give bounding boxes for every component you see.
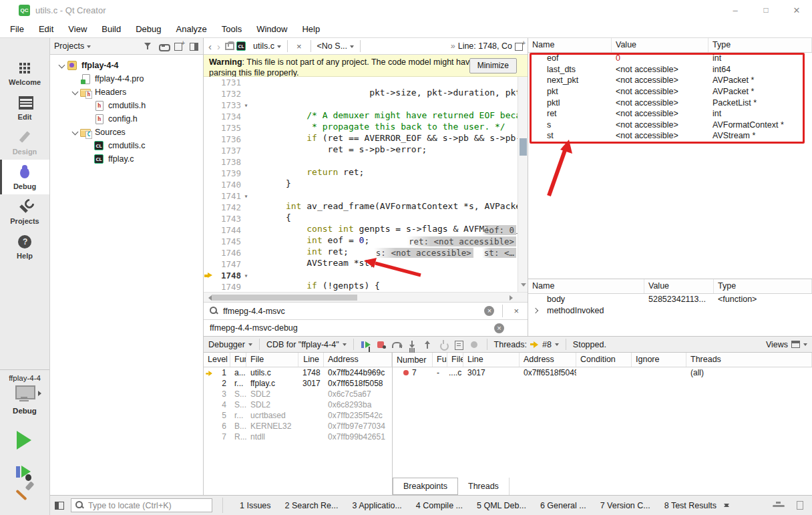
menu-item[interactable]: Analyze <box>169 21 214 37</box>
code-line[interactable]: 1744 int eof = 0; eof: 0 <box>204 224 518 236</box>
tree-item[interactable]: config.h <box>50 112 203 126</box>
variable-row[interactable]: ret <not accessible> int <box>528 108 812 120</box>
tree-expand-chevron-icon[interactable] <box>70 74 80 84</box>
tree-expand-chevron-icon[interactable] <box>83 154 93 164</box>
variable-row[interactable]: s <not accessible> AVFormatContext * <box>528 120 812 131</box>
column-header[interactable]: Fur <box>230 353 246 367</box>
menu-item[interactable]: Help <box>294 21 327 37</box>
column-header[interactable]: Address <box>324 353 392 367</box>
mode-button[interactable]: Welcome <box>0 55 49 90</box>
code-line[interactable]: 1736 ret = s->pb->error; <box>204 134 518 145</box>
line-number[interactable]: 1739 <box>214 168 241 178</box>
variable-row[interactable]: last_dts <not accessible> int64 <box>528 64 812 75</box>
watch-row[interactable]: methodInvoked <box>528 305 812 317</box>
toggle-left-sidebar-icon[interactable] <box>55 502 64 510</box>
toggle-right-sidebar-icon[interactable] <box>797 501 803 510</box>
menu-item[interactable]: Tools <box>214 21 249 37</box>
tree-item[interactable]: ffplay.c <box>50 152 203 166</box>
record-icon[interactable] <box>468 339 480 350</box>
thread-value[interactable]: #8 <box>542 340 552 349</box>
column-header[interactable]: File <box>447 353 463 367</box>
close-search-icon[interactable]: × <box>511 306 522 316</box>
mode-button[interactable]: Edit <box>0 90 49 125</box>
column-header[interactable]: Fur <box>433 353 447 367</box>
debugger-menu[interactable]: Debugger <box>208 340 245 349</box>
debugger-log-icon[interactable] <box>453 339 465 350</box>
fold-marker-icon[interactable] <box>241 272 251 279</box>
column-header[interactable]: Condition <box>576 353 632 367</box>
close-window-icon[interactable] <box>781 0 812 20</box>
menu-item[interactable]: Window <box>249 21 294 37</box>
line-number[interactable]: 1744 <box>214 225 241 235</box>
code-line[interactable]: 1731 pkt->size, pkt->duration, pkt->fla <box>204 77 518 88</box>
line-number[interactable]: 1732 <box>214 89 241 99</box>
tree-expand-chevron-icon[interactable] <box>57 61 67 71</box>
column-header[interactable]: Type <box>708 38 812 52</box>
scrollbar-thumb[interactable] <box>520 138 527 156</box>
column-header[interactable]: Threads <box>686 353 812 367</box>
kit-expand-caret-icon[interactable] <box>38 391 44 396</box>
breakpoint-row[interactable]: 7 - ....c 3017 0x7ff6518f5049 (all) <box>393 367 812 378</box>
line-number[interactable]: 1735 <box>214 123 241 133</box>
output-pane-button[interactable]: 2 Search Re... <box>285 501 339 510</box>
tree-item[interactable]: cmdutils.h <box>50 99 203 112</box>
menu-item[interactable]: Debug <box>128 21 168 37</box>
menu-item[interactable]: Build <box>94 21 128 37</box>
line-number[interactable]: 1731 <box>214 77 241 88</box>
line-number[interactable]: 1740 <box>214 180 241 190</box>
views-icon[interactable] <box>791 341 800 348</box>
chevron-down-icon[interactable] <box>248 343 252 348</box>
output-pane-button[interactable]: 5 QML Deb... <box>477 501 526 510</box>
views-menu[interactable]: Views <box>766 340 788 349</box>
step-over-icon[interactable] <box>391 339 403 350</box>
variable-row[interactable]: next_pkt <not accessible> AVPacket * <box>528 75 812 86</box>
variable-row[interactable]: pktl <not accessible> PacketList * <box>528 97 812 108</box>
line-number[interactable]: 1745 <box>214 236 241 246</box>
sync-with-editor-icon[interactable] <box>159 42 168 51</box>
column-header[interactable]: File <box>246 353 298 367</box>
code-editor[interactable]: 1731 pkt->size, pkt->duration, pkt->fla … <box>204 77 518 292</box>
line-number[interactable]: 1743 <box>214 214 241 224</box>
line-number[interactable]: 1736 <box>214 134 241 144</box>
code-line[interactable]: 1741 int av_read_frame(AVFormatContext *… <box>204 190 518 202</box>
column-header[interactable]: Name <box>528 38 612 52</box>
close-panel-icon[interactable] <box>190 42 199 51</box>
clear-search-icon[interactable] <box>484 306 494 316</box>
line-number[interactable]: 1737 <box>214 146 241 156</box>
maximize-output-pane-icon[interactable] <box>723 501 729 510</box>
output-pane-button[interactable]: 6 General ... <box>540 501 586 510</box>
output-pane-button[interactable]: 1 Issues <box>240 501 271 510</box>
tree-item[interactable]: Sources <box>50 126 203 139</box>
column-header[interactable]: Name <box>528 279 644 293</box>
step-into-icon[interactable] <box>407 339 419 350</box>
tree-item[interactable]: cmdutils.c <box>50 139 203 152</box>
tree-item[interactable]: Headers <box>50 85 203 99</box>
line-number[interactable]: 1738 <box>214 157 241 167</box>
mode-button[interactable]: Help <box>0 229 49 264</box>
chevron-down-icon[interactable] <box>87 45 91 50</box>
output-pane-button[interactable]: 3 Applicatio... <box>352 501 401 510</box>
mode-button[interactable]: Debug <box>0 160 49 194</box>
column-header[interactable]: Address <box>520 353 576 367</box>
column-header[interactable]: Line <box>463 353 520 367</box>
stack-frame-row[interactable]: 5 r... ucrtbased 0x7ffb235f542c <box>204 410 392 421</box>
debug-run-button[interactable] <box>16 466 35 482</box>
column-header[interactable]: Level <box>204 353 230 367</box>
column-header[interactable]: Value <box>612 38 708 52</box>
line-number[interactable]: 1747 <box>214 259 241 269</box>
continue-debug-icon[interactable] <box>361 339 373 350</box>
minimize-window-icon[interactable] <box>720 0 751 20</box>
stop-debug-icon[interactable] <box>376 339 388 350</box>
line-number[interactable]: 1746 <box>214 248 241 258</box>
variable-row[interactable]: st <not accessible> AVStream * <box>528 130 812 142</box>
build-button[interactable] <box>17 484 35 500</box>
overflow-chevron-icon[interactable]: » <box>451 41 455 51</box>
editor-vertical-scrollbar[interactable] <box>518 77 528 292</box>
expand-chevron-icon[interactable] <box>533 308 538 313</box>
menu-item[interactable]: View <box>61 21 94 37</box>
nav-forward-icon[interactable]: › <box>216 41 222 51</box>
split-editor-icon[interactable] <box>515 42 524 51</box>
interrupt-icon[interactable] <box>437 339 449 350</box>
step-out-icon[interactable] <box>422 339 434 350</box>
watch-row[interactable]: body 52852342113... <function> <box>528 294 812 305</box>
